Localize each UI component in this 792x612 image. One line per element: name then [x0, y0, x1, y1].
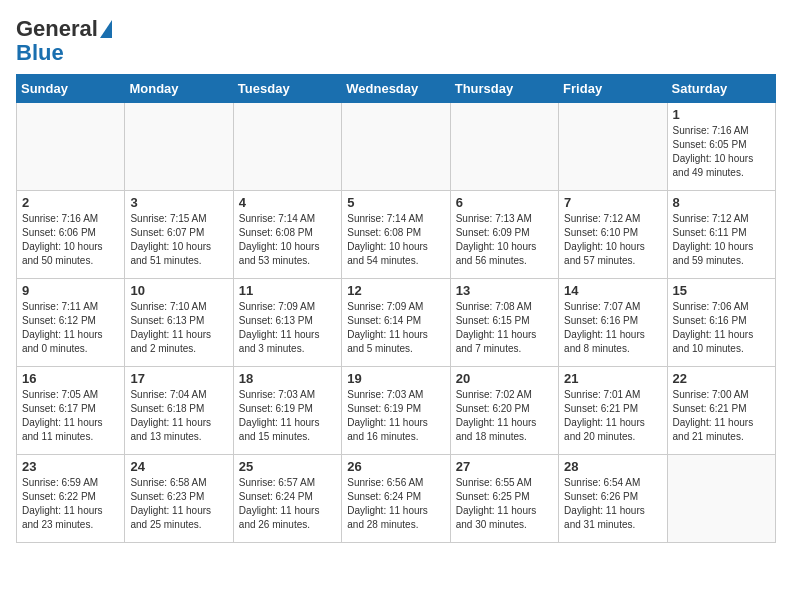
day-number: 22 — [673, 371, 770, 386]
day-info: Sunrise: 7:06 AM Sunset: 6:16 PM Dayligh… — [673, 300, 770, 356]
day-info: Sunrise: 7:03 AM Sunset: 6:19 PM Dayligh… — [347, 388, 444, 444]
day-info: Sunrise: 7:16 AM Sunset: 6:06 PM Dayligh… — [22, 212, 119, 268]
day-number: 7 — [564, 195, 661, 210]
calendar-cell: 12Sunrise: 7:09 AM Sunset: 6:14 PM Dayli… — [342, 279, 450, 367]
day-info: Sunrise: 7:12 AM Sunset: 6:11 PM Dayligh… — [673, 212, 770, 268]
day-info: Sunrise: 6:54 AM Sunset: 6:26 PM Dayligh… — [564, 476, 661, 532]
calendar-cell: 20Sunrise: 7:02 AM Sunset: 6:20 PM Dayli… — [450, 367, 558, 455]
weekday-header-saturday: Saturday — [667, 75, 775, 103]
day-info: Sunrise: 7:14 AM Sunset: 6:08 PM Dayligh… — [239, 212, 336, 268]
calendar-cell: 4Sunrise: 7:14 AM Sunset: 6:08 PM Daylig… — [233, 191, 341, 279]
calendar-cell: 27Sunrise: 6:55 AM Sunset: 6:25 PM Dayli… — [450, 455, 558, 543]
calendar-cell: 28Sunrise: 6:54 AM Sunset: 6:26 PM Dayli… — [559, 455, 667, 543]
calendar-cell — [342, 103, 450, 191]
day-info: Sunrise: 7:09 AM Sunset: 6:14 PM Dayligh… — [347, 300, 444, 356]
day-info: Sunrise: 7:15 AM Sunset: 6:07 PM Dayligh… — [130, 212, 227, 268]
day-info: Sunrise: 6:55 AM Sunset: 6:25 PM Dayligh… — [456, 476, 553, 532]
day-info: Sunrise: 7:02 AM Sunset: 6:20 PM Dayligh… — [456, 388, 553, 444]
day-info: Sunrise: 7:00 AM Sunset: 6:21 PM Dayligh… — [673, 388, 770, 444]
day-number: 6 — [456, 195, 553, 210]
calendar-week-4: 16Sunrise: 7:05 AM Sunset: 6:17 PM Dayli… — [17, 367, 776, 455]
day-number: 14 — [564, 283, 661, 298]
calendar-cell: 5Sunrise: 7:14 AM Sunset: 6:08 PM Daylig… — [342, 191, 450, 279]
calendar-cell: 17Sunrise: 7:04 AM Sunset: 6:18 PM Dayli… — [125, 367, 233, 455]
day-number: 13 — [456, 283, 553, 298]
day-info: Sunrise: 7:11 AM Sunset: 6:12 PM Dayligh… — [22, 300, 119, 356]
day-info: Sunrise: 7:07 AM Sunset: 6:16 PM Dayligh… — [564, 300, 661, 356]
weekday-row: SundayMondayTuesdayWednesdayThursdayFrid… — [17, 75, 776, 103]
calendar-cell: 21Sunrise: 7:01 AM Sunset: 6:21 PM Dayli… — [559, 367, 667, 455]
calendar-week-1: 1Sunrise: 7:16 AM Sunset: 6:05 PM Daylig… — [17, 103, 776, 191]
day-number: 17 — [130, 371, 227, 386]
calendar-cell: 9Sunrise: 7:11 AM Sunset: 6:12 PM Daylig… — [17, 279, 125, 367]
calendar-week-3: 9Sunrise: 7:11 AM Sunset: 6:12 PM Daylig… — [17, 279, 776, 367]
day-number: 23 — [22, 459, 119, 474]
page-header: General Blue — [16, 16, 776, 64]
weekday-header-sunday: Sunday — [17, 75, 125, 103]
calendar-header: SundayMondayTuesdayWednesdayThursdayFrid… — [17, 75, 776, 103]
calendar-cell: 11Sunrise: 7:09 AM Sunset: 6:13 PM Dayli… — [233, 279, 341, 367]
day-number: 27 — [456, 459, 553, 474]
calendar-cell: 18Sunrise: 7:03 AM Sunset: 6:19 PM Dayli… — [233, 367, 341, 455]
calendar-week-5: 23Sunrise: 6:59 AM Sunset: 6:22 PM Dayli… — [17, 455, 776, 543]
calendar-cell — [233, 103, 341, 191]
day-number: 25 — [239, 459, 336, 474]
day-number: 26 — [347, 459, 444, 474]
day-number: 20 — [456, 371, 553, 386]
calendar-cell: 8Sunrise: 7:12 AM Sunset: 6:11 PM Daylig… — [667, 191, 775, 279]
calendar-cell — [559, 103, 667, 191]
day-number: 15 — [673, 283, 770, 298]
calendar-cell — [450, 103, 558, 191]
calendar-cell: 19Sunrise: 7:03 AM Sunset: 6:19 PM Dayli… — [342, 367, 450, 455]
day-info: Sunrise: 7:14 AM Sunset: 6:08 PM Dayligh… — [347, 212, 444, 268]
day-number: 8 — [673, 195, 770, 210]
calendar-cell: 24Sunrise: 6:58 AM Sunset: 6:23 PM Dayli… — [125, 455, 233, 543]
day-info: Sunrise: 7:09 AM Sunset: 6:13 PM Dayligh… — [239, 300, 336, 356]
day-info: Sunrise: 7:01 AM Sunset: 6:21 PM Dayligh… — [564, 388, 661, 444]
calendar-cell: 3Sunrise: 7:15 AM Sunset: 6:07 PM Daylig… — [125, 191, 233, 279]
calendar-cell: 22Sunrise: 7:00 AM Sunset: 6:21 PM Dayli… — [667, 367, 775, 455]
day-number: 11 — [239, 283, 336, 298]
day-info: Sunrise: 7:03 AM Sunset: 6:19 PM Dayligh… — [239, 388, 336, 444]
calendar-cell — [17, 103, 125, 191]
day-number: 1 — [673, 107, 770, 122]
day-number: 12 — [347, 283, 444, 298]
day-info: Sunrise: 7:12 AM Sunset: 6:10 PM Dayligh… — [564, 212, 661, 268]
weekday-header-thursday: Thursday — [450, 75, 558, 103]
calendar-cell: 16Sunrise: 7:05 AM Sunset: 6:17 PM Dayli… — [17, 367, 125, 455]
calendar-cell: 1Sunrise: 7:16 AM Sunset: 6:05 PM Daylig… — [667, 103, 775, 191]
logo: General Blue — [16, 16, 112, 64]
calendar-cell: 15Sunrise: 7:06 AM Sunset: 6:16 PM Dayli… — [667, 279, 775, 367]
day-info: Sunrise: 6:56 AM Sunset: 6:24 PM Dayligh… — [347, 476, 444, 532]
calendar-body: 1Sunrise: 7:16 AM Sunset: 6:05 PM Daylig… — [17, 103, 776, 543]
day-number: 19 — [347, 371, 444, 386]
day-number: 24 — [130, 459, 227, 474]
day-info: Sunrise: 7:05 AM Sunset: 6:17 PM Dayligh… — [22, 388, 119, 444]
calendar-cell: 6Sunrise: 7:13 AM Sunset: 6:09 PM Daylig… — [450, 191, 558, 279]
day-number: 16 — [22, 371, 119, 386]
calendar-cell — [125, 103, 233, 191]
day-info: Sunrise: 6:59 AM Sunset: 6:22 PM Dayligh… — [22, 476, 119, 532]
weekday-header-friday: Friday — [559, 75, 667, 103]
day-info: Sunrise: 7:08 AM Sunset: 6:15 PM Dayligh… — [456, 300, 553, 356]
day-info: Sunrise: 7:13 AM Sunset: 6:09 PM Dayligh… — [456, 212, 553, 268]
calendar-cell: 14Sunrise: 7:07 AM Sunset: 6:16 PM Dayli… — [559, 279, 667, 367]
day-info: Sunrise: 7:04 AM Sunset: 6:18 PM Dayligh… — [130, 388, 227, 444]
calendar-cell: 23Sunrise: 6:59 AM Sunset: 6:22 PM Dayli… — [17, 455, 125, 543]
day-number: 5 — [347, 195, 444, 210]
day-info: Sunrise: 6:58 AM Sunset: 6:23 PM Dayligh… — [130, 476, 227, 532]
calendar-cell — [667, 455, 775, 543]
calendar-cell: 25Sunrise: 6:57 AM Sunset: 6:24 PM Dayli… — [233, 455, 341, 543]
weekday-header-tuesday: Tuesday — [233, 75, 341, 103]
calendar-cell: 2Sunrise: 7:16 AM Sunset: 6:06 PM Daylig… — [17, 191, 125, 279]
day-number: 4 — [239, 195, 336, 210]
calendar-cell: 7Sunrise: 7:12 AM Sunset: 6:10 PM Daylig… — [559, 191, 667, 279]
day-number: 3 — [130, 195, 227, 210]
day-number: 10 — [130, 283, 227, 298]
weekday-header-wednesday: Wednesday — [342, 75, 450, 103]
logo-general-text: General — [16, 16, 98, 42]
day-number: 28 — [564, 459, 661, 474]
day-info: Sunrise: 7:10 AM Sunset: 6:13 PM Dayligh… — [130, 300, 227, 356]
day-info: Sunrise: 6:57 AM Sunset: 6:24 PM Dayligh… — [239, 476, 336, 532]
calendar-cell: 10Sunrise: 7:10 AM Sunset: 6:13 PM Dayli… — [125, 279, 233, 367]
